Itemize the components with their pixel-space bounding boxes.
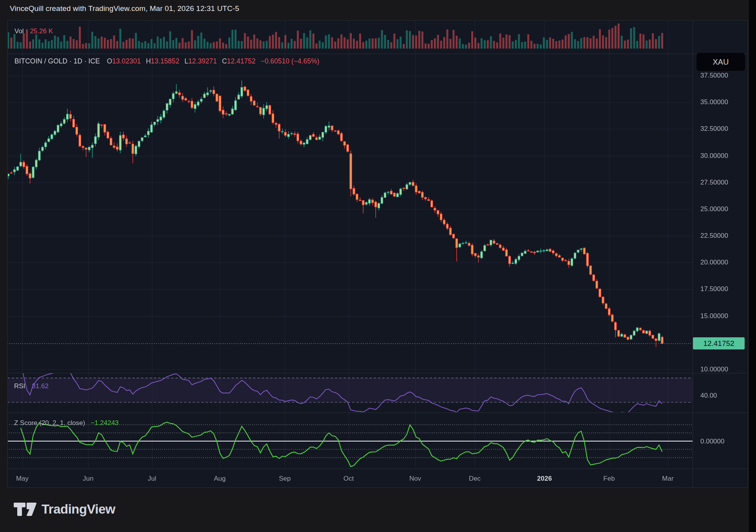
tradingview-logo-icon — [14, 503, 36, 516]
price-axis-label: 15.00000 — [700, 312, 728, 320]
price-axis-label: 22.50000 — [700, 232, 728, 240]
price-axis-label: 20.00000 — [700, 259, 728, 266]
price-axis-label: 32.50000 — [700, 125, 728, 133]
price-axis-label: 17.50000 — [700, 285, 728, 293]
tradingview-logo[interactable]: TradingView — [14, 502, 115, 517]
close-value: C12.41752 — [222, 57, 256, 65]
price-axis-label: 10.00000 — [700, 366, 728, 373]
symbol-legend: BITCOIN / GOLD · 1D · ICE O13.02301 H13.… — [14, 57, 319, 65]
currency-unit-badge[interactable]: XAU — [696, 53, 745, 71]
volume-legend: Vol 25.26 K — [14, 27, 53, 35]
time-axis-label: Feb — [603, 475, 615, 483]
high-value: H13.15852 — [146, 57, 179, 65]
low-value: L12.39271 — [184, 57, 217, 65]
snapshot-title: VinceQuill created with TradingView.com,… — [10, 4, 239, 13]
zscore-legend: Z Score (20, 2, 1, close) −1.24243 — [14, 419, 119, 427]
time-axis-label: Mar — [662, 475, 673, 483]
chart-canvas[interactable] — [7, 20, 748, 488]
time-axis-label: Aug — [214, 475, 226, 483]
rsi-label[interactable]: RSI — [14, 382, 25, 390]
rsi-value: 31.62 — [32, 382, 49, 390]
volume-label: Vol — [14, 27, 24, 35]
rsi-axis-label: 40.00 — [700, 392, 717, 400]
symbol-title[interactable]: BITCOIN / GOLD · 1D · ICE — [14, 57, 100, 65]
time-axis-label: Sep — [279, 475, 291, 483]
open-value: O13.02301 — [107, 57, 141, 65]
price-axis-label: 25.00000 — [700, 205, 728, 213]
tradingview-snapshot: VinceQuill created with TradingView.com,… — [0, 0, 756, 532]
rsi-legend: RSI 31.62 — [14, 382, 49, 390]
last-price-badge: 12.41752 — [693, 337, 745, 349]
volume-value: 25.26 K — [30, 27, 53, 35]
time-axis-label: Oct — [344, 475, 354, 483]
price-axis-label: 35.00000 — [700, 98, 728, 106]
zscore-axis-label: 0.00000 — [700, 438, 724, 445]
time-axis-label: Jun — [83, 475, 93, 483]
price-axis-label: 30.00000 — [700, 152, 728, 160]
time-axis-label: Jul — [148, 475, 156, 483]
change-value: −0.60510 (−4.65%) — [260, 57, 319, 65]
price-axis-label: 27.50000 — [700, 179, 728, 186]
zscore-value: −1.24243 — [90, 419, 118, 427]
time-axis-label: Nov — [409, 475, 421, 483]
chart-widget — [7, 20, 748, 488]
time-axis-label: 2026 — [537, 475, 552, 483]
tradingview-logo-text: TradingView — [42, 502, 115, 517]
time-axis-label: Dec — [469, 475, 481, 483]
time-axis-label: May — [16, 475, 29, 483]
price-axis-label: 37.50000 — [700, 72, 728, 80]
zscore-label[interactable]: Z Score (20, 2, 1, close) — [14, 419, 85, 427]
right-edge-strip — [749, 0, 756, 532]
